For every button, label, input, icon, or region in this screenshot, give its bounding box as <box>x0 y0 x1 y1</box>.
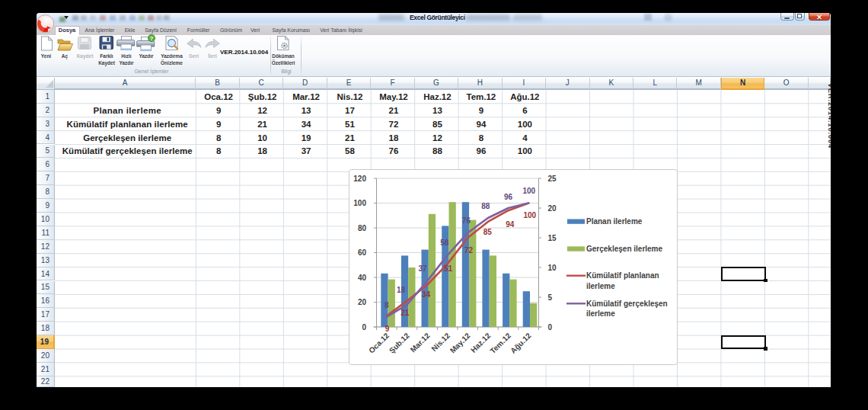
svg-text:8: 8 <box>385 300 389 309</box>
svg-text:94: 94 <box>506 220 515 229</box>
svg-text:100: 100 <box>353 199 366 207</box>
svg-text:76: 76 <box>462 216 471 225</box>
svg-text:40: 40 <box>358 273 367 281</box>
svg-text:ilerleme: ilerleme <box>586 309 615 318</box>
svg-text:100: 100 <box>523 210 536 219</box>
svg-text:ilerleme: ilerleme <box>586 281 615 290</box>
svg-text:37: 37 <box>418 264 427 272</box>
svg-text:25: 25 <box>548 174 557 182</box>
svg-text:120: 120 <box>353 174 366 182</box>
svg-text:60: 60 <box>358 248 367 257</box>
svg-text:Gerçekleşen ilerleme: Gerçekleşen ilerleme <box>586 245 663 253</box>
svg-text:Kümülatif gerçekleşen: Kümülatif gerçekleşen <box>586 299 668 307</box>
svg-text:20: 20 <box>358 298 367 306</box>
svg-text:80: 80 <box>358 223 367 232</box>
svg-text:18: 18 <box>397 286 406 294</box>
svg-text:20: 20 <box>548 203 557 212</box>
svg-text:88: 88 <box>481 202 490 210</box>
svg-text:10: 10 <box>548 263 557 271</box>
svg-text:58: 58 <box>440 238 449 246</box>
svg-text:85: 85 <box>483 228 493 236</box>
svg-text:Kümülatif planlanan: Kümülatif planlanan <box>586 271 659 280</box>
svg-text:51: 51 <box>444 264 453 273</box>
svg-text:100: 100 <box>522 187 535 195</box>
svg-text:21: 21 <box>400 309 410 317</box>
svg-text:5: 5 <box>548 293 553 301</box>
svg-text:34: 34 <box>422 290 431 299</box>
svg-text:0: 0 <box>548 322 553 331</box>
svg-text:96: 96 <box>504 193 513 201</box>
svg-text:15: 15 <box>548 233 557 242</box>
svg-text:Planan ilerleme: Planan ilerleme <box>586 217 643 226</box>
svg-text:9: 9 <box>385 325 390 333</box>
svg-text:72: 72 <box>464 245 474 254</box>
svg-text:0: 0 <box>362 322 366 331</box>
